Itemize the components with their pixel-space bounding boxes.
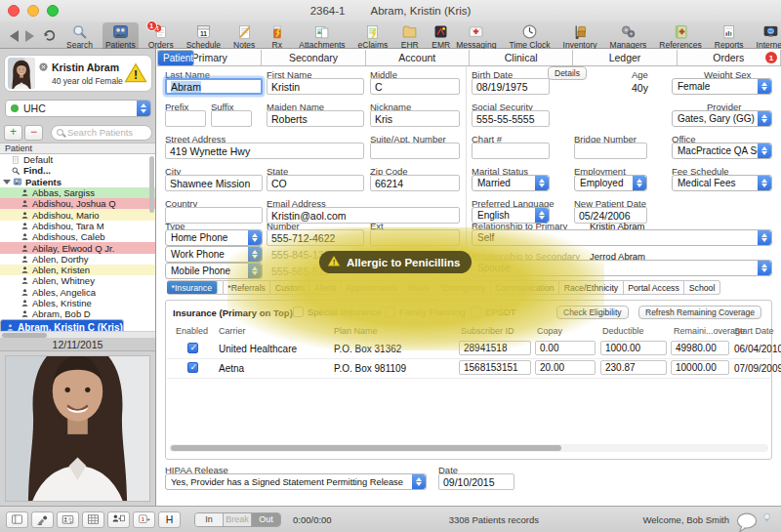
patient-list-item[interactable]: Abdishous, Caleb bbox=[0, 231, 155, 242]
calendar-next-button[interactable]: 1 bbox=[133, 512, 155, 528]
subtab-custom[interactable]: Custom bbox=[270, 280, 309, 295]
remove-patient-button[interactable]: − bbox=[24, 125, 43, 141]
subscriber-id-input[interactable]: 28941518 bbox=[459, 341, 531, 355]
search-patients-input[interactable]: Search Patients bbox=[51, 125, 152, 141]
ssn-input[interactable]: 555-55-5555 bbox=[472, 110, 550, 127]
subtab--referrals[interactable]: *Referrals bbox=[224, 280, 271, 295]
suffix-input[interactable] bbox=[211, 110, 252, 127]
tab-secondary[interactable]: Secondary bbox=[262, 50, 365, 65]
chart-input[interactable] bbox=[472, 143, 550, 159]
insurance-enabled-checkbox[interactable] bbox=[187, 362, 198, 373]
phone-number-input-1[interactable]: 555-712-4622 bbox=[267, 229, 364, 246]
suite-input[interactable] bbox=[370, 143, 460, 159]
patient-list-item[interactable]: Ables, Angelica bbox=[0, 287, 155, 298]
patient-list-item[interactable]: Abram, Kristin C (Kris) bbox=[0, 319, 124, 331]
toolbar-item-reports[interactable]: Reports bbox=[712, 22, 747, 51]
subtab--insurance[interactable]: *Insurance bbox=[167, 280, 218, 295]
list-vertical-scrollbar[interactable] bbox=[149, 156, 154, 213]
tab-orders[interactable]: Orders1 bbox=[678, 50, 781, 65]
special-insurance-checkbox[interactable]: Special Insurance bbox=[293, 307, 382, 317]
toolbar-item-eclaims[interactable]: eClaims bbox=[355, 22, 391, 51]
epsdt-checkbox[interactable]: EPSDT bbox=[471, 307, 516, 317]
toolbar-item-notes[interactable]: Notes bbox=[230, 22, 258, 51]
insurance-enabled-checkbox[interactable] bbox=[187, 343, 198, 353]
timeclock-in-button[interactable]: In bbox=[195, 513, 224, 526]
toolbar-item-patients[interactable]: Patients bbox=[103, 22, 139, 51]
rel-primary-select[interactable]: Self bbox=[472, 229, 772, 246]
phone-type-select-2[interactable]: Work Phone bbox=[165, 246, 263, 263]
check-eligibility-button[interactable]: Check Eligibility bbox=[556, 306, 629, 319]
patient-list-item[interactable]: Ables, Kristine bbox=[0, 298, 155, 308]
toolbar-item-inventory[interactable]: Inventory bbox=[560, 22, 600, 51]
tree-item-find[interactable]: Find... bbox=[0, 165, 155, 176]
copay-input[interactable]: 20.00 bbox=[535, 360, 596, 375]
office-select[interactable]: MacPractice QA Serve bbox=[672, 143, 772, 159]
chat-bubble-icon[interactable] bbox=[735, 511, 759, 529]
patient-list-item[interactable]: Abdishou, Mario bbox=[0, 209, 155, 220]
lamp-button[interactable] bbox=[31, 512, 54, 528]
subtab-portal-access[interactable]: Portal Access bbox=[624, 280, 685, 295]
subtab-race-ethnicity[interactable]: Race/Ethnicity bbox=[559, 280, 624, 295]
subtab-appointments[interactable]: Appointments bbox=[342, 280, 403, 295]
insurance-plan-select[interactable]: UHC bbox=[5, 100, 151, 117]
deductible-input[interactable]: 230.87 bbox=[600, 360, 667, 375]
phone-ext-input-1[interactable] bbox=[370, 229, 460, 246]
patient-list-item[interactable]: Abilay, Elwood Q Jr. bbox=[0, 242, 155, 253]
first-name-input[interactable]: Kristin bbox=[267, 78, 364, 95]
copay-input[interactable]: 0.00 bbox=[535, 341, 596, 355]
street-input[interactable]: 419 Wynette Hwy bbox=[165, 143, 364, 159]
toolbar-item-managers[interactable]: Managers bbox=[607, 22, 650, 51]
disclosure-triangle-icon[interactable] bbox=[3, 180, 11, 184]
middle-input[interactable]: C bbox=[370, 78, 460, 95]
hipaa-date-input[interactable]: 09/10/2015 bbox=[438, 473, 514, 490]
tab-account[interactable]: Account bbox=[366, 50, 470, 65]
patient-export-button[interactable] bbox=[107, 512, 130, 528]
toolbar-item-internet[interactable]: Internet bbox=[754, 22, 781, 51]
subtab--emergency[interactable]: *Emergency bbox=[434, 280, 490, 295]
tab-ledger[interactable]: Ledger bbox=[573, 50, 677, 65]
birth-date-input[interactable]: 08/19/1975 bbox=[472, 78, 550, 95]
toolbar-item-messaging[interactable]: Messaging bbox=[453, 22, 499, 51]
tree-item-patients[interactable]: Patients bbox=[0, 177, 155, 187]
tree-item-default[interactable]: Default bbox=[0, 154, 155, 165]
toolbar-item-orders[interactable]: 1Orders1 bbox=[145, 22, 177, 51]
subtab-school[interactable]: School bbox=[684, 280, 720, 295]
minimize-window-button[interactable] bbox=[27, 5, 39, 17]
subtab-communication[interactable]: Communication bbox=[491, 280, 559, 295]
hipaa-release-select[interactable]: Yes, Provider has a Signed Statement Per… bbox=[165, 473, 427, 490]
deductible-input[interactable]: 1000.00 bbox=[600, 341, 667, 355]
add-patient-button[interactable]: + bbox=[4, 125, 22, 141]
redo-arrow-icon[interactable] bbox=[41, 25, 58, 46]
lightbulb-icon[interactable] bbox=[760, 511, 773, 529]
drawer-button[interactable] bbox=[6, 512, 28, 528]
toolbar-item-emr[interactable]: EMR bbox=[429, 22, 453, 51]
marital-select[interactable]: Married bbox=[472, 175, 550, 191]
patient-list-item[interactable]: Abdishou, Joshua Q bbox=[0, 198, 155, 209]
employment-select[interactable]: Employed bbox=[574, 175, 647, 191]
remaining-coverage-input[interactable]: 49980.00 bbox=[671, 341, 729, 355]
toolbar-item-search[interactable]: Search bbox=[63, 22, 96, 51]
city-input[interactable]: Shawnee Mission bbox=[165, 175, 263, 191]
tab-clinical[interactable]: Clinical bbox=[470, 50, 573, 65]
toolbar-item-schedule[interactable]: 11Schedule bbox=[184, 22, 224, 51]
patient-list-item[interactable]: Ablen, Whitney bbox=[0, 275, 155, 286]
timeclock-break-button[interactable]: Break bbox=[224, 513, 252, 526]
toolbar-item-attachments[interactable]: Attachments bbox=[296, 22, 348, 51]
last-name-input[interactable]: Abram bbox=[165, 78, 263, 95]
toolbar-item-rx[interactable]: Rx bbox=[265, 22, 289, 51]
phone-type-select-1[interactable]: Home Phone bbox=[165, 229, 263, 246]
rel-secondary-select[interactable]: Spouse bbox=[472, 260, 772, 276]
birth-details-button[interactable]: Details bbox=[548, 66, 587, 80]
patient-list-item[interactable]: Abdishou, Tara M bbox=[0, 221, 155, 231]
phone-type-select-3[interactable]: Mobile Phone bbox=[165, 263, 263, 279]
patient-list-item[interactable]: Ablen, Kristen bbox=[0, 265, 155, 275]
sex-select[interactable]: Female bbox=[672, 78, 772, 95]
tab-patient[interactable]: Patient bbox=[157, 50, 194, 66]
contact-card-button[interactable] bbox=[57, 512, 79, 528]
toolbar-item-time-clock[interactable]: Time Clock bbox=[506, 22, 553, 51]
nickname-input[interactable]: Kris bbox=[370, 110, 460, 127]
patient-list-item[interactable]: Abbas, Sargiss bbox=[0, 187, 155, 198]
back-icon[interactable] bbox=[10, 30, 19, 42]
patient-list-item[interactable]: Ablen, Dorthy bbox=[0, 254, 155, 265]
remaining-coverage-input[interactable]: 10000.00 bbox=[671, 360, 729, 375]
